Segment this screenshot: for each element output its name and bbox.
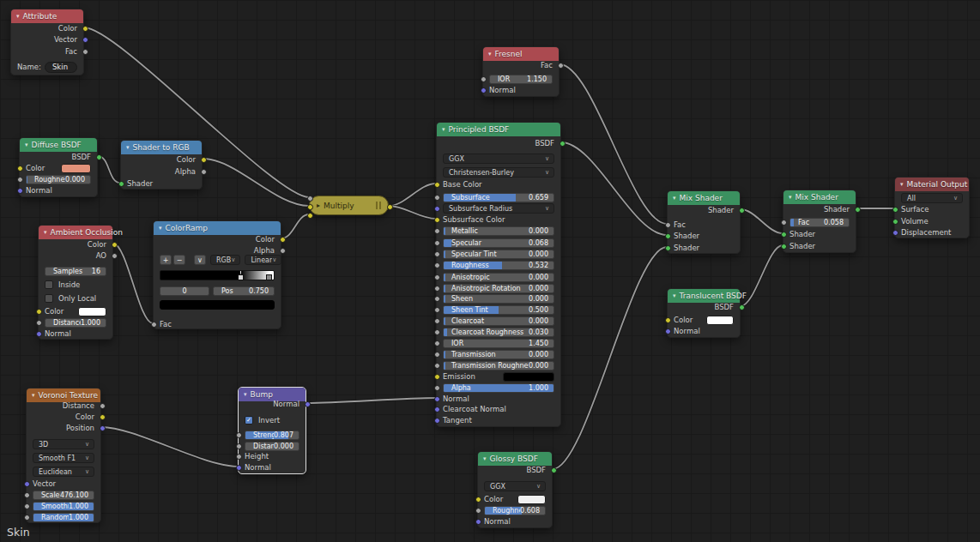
collapse-icon[interactable]: ▾ bbox=[673, 196, 676, 202]
socket-yellow[interactable] bbox=[17, 166, 23, 172]
collapse-icon[interactable]: ▾ bbox=[32, 393, 35, 399]
field-smoothness[interactable]: Smoothness1.000 bbox=[33, 502, 94, 511]
socket-purple[interactable] bbox=[665, 328, 671, 334]
socket-green[interactable] bbox=[739, 208, 745, 214]
field-clearcoat[interactable]: Clearcoat0.000 bbox=[443, 316, 554, 326]
node-translucent-bsdf[interactable]: ▾Translucent BSDFBSDFColorNormal bbox=[667, 288, 741, 338]
socket-green[interactable] bbox=[855, 207, 861, 213]
color-swatch[interactable] bbox=[78, 307, 106, 316]
node-shader-to-rgb[interactable]: ▾Shader to RGBColorAlphaShader bbox=[120, 140, 203, 190]
checkbox-only-local[interactable] bbox=[45, 294, 53, 303]
socket-gray[interactable] bbox=[434, 251, 440, 257]
field-distance[interactable]: Distance1.000 bbox=[45, 318, 106, 328]
socket-gray[interactable] bbox=[434, 195, 440, 201]
socket-yellow[interactable] bbox=[36, 309, 42, 315]
socket-yellow[interactable] bbox=[112, 242, 118, 248]
field-subsurface[interactable]: Subsurface0.659 bbox=[443, 193, 554, 202]
node-mix-shader-2[interactable]: ▾Mix ShaderShaderFac0.058ShaderShader bbox=[783, 190, 856, 253]
socket-gray[interactable] bbox=[24, 515, 30, 521]
socket-gray[interactable] bbox=[112, 253, 118, 259]
socket-gray[interactable] bbox=[151, 322, 157, 328]
field-transmission-roughness[interactable]: Transmission Roughness0.000 bbox=[443, 361, 554, 370]
socket-gray[interactable] bbox=[434, 296, 440, 302]
socket-yellow[interactable] bbox=[100, 414, 106, 420]
collapse-icon[interactable]: ▾ bbox=[244, 392, 247, 398]
socket-gray[interactable] bbox=[236, 454, 242, 460]
node-glossy-bsdf[interactable]: ▾Glossy BSDFBSDFGGX∨ColorRoughness0.608N… bbox=[477, 451, 553, 528]
color-swatch[interactable] bbox=[517, 495, 546, 504]
node-attribute[interactable]: ▾AttributeColorVectorFacName:Skin bbox=[10, 9, 84, 75]
socket-yellow[interactable] bbox=[387, 204, 393, 210]
field-roughness[interactable]: Roughness0.532 bbox=[443, 261, 554, 270]
socket-gray[interactable] bbox=[434, 307, 440, 313]
node-material-output[interactable]: ▾Material OutputAll∨SurfaceVolumeDisplac… bbox=[894, 177, 970, 238]
socket-purple[interactable] bbox=[434, 406, 440, 413]
field-scale[interactable]: Scale476.100 bbox=[33, 491, 94, 500]
socket-purple[interactable] bbox=[434, 206, 440, 212]
field-roughness[interactable]: Roughness0.608 bbox=[484, 506, 546, 515]
socket-purple[interactable] bbox=[434, 396, 440, 402]
socket-purple[interactable] bbox=[475, 519, 481, 525]
field-roughness[interactable]: Roughness0.000 bbox=[26, 175, 91, 184]
ramp-gradient[interactable] bbox=[160, 270, 275, 280]
socket-gray[interactable] bbox=[434, 228, 440, 234]
collapse-icon[interactable]: ▾ bbox=[900, 182, 904, 188]
field-specular-tint[interactable]: Specular Tint0.000 bbox=[443, 250, 554, 259]
socket-gray[interactable] bbox=[434, 286, 440, 292]
node-header[interactable]: ▾Mix Shader bbox=[668, 191, 740, 205]
socket-green[interactable] bbox=[781, 244, 787, 250]
field-ior[interactable]: IOR1.450 bbox=[443, 339, 554, 348]
socket-gray[interactable] bbox=[434, 274, 440, 280]
socket-purple[interactable] bbox=[481, 87, 487, 93]
node-voronoi-texture[interactable]: ▾Voronoi TextureDistanceColorPosition3D∨… bbox=[26, 388, 101, 523]
socket-green[interactable] bbox=[739, 304, 745, 310]
dropdown-smooth-f1[interactable]: Smooth F1∨ bbox=[33, 453, 94, 463]
socket-purple[interactable] bbox=[434, 418, 440, 424]
socket-gray[interactable] bbox=[558, 63, 564, 69]
socket-gray[interactable] bbox=[24, 503, 30, 509]
collapse-icon[interactable]: ▾ bbox=[16, 14, 20, 20]
remove-stop-button[interactable]: − bbox=[173, 255, 185, 265]
ramp-selected-color-swatch[interactable] bbox=[160, 300, 275, 310]
socket-green[interactable] bbox=[118, 181, 124, 187]
ramp-options-dropdown[interactable]: ∨ bbox=[194, 255, 206, 265]
add-stop-button[interactable]: + bbox=[160, 255, 172, 265]
socket-purple[interactable] bbox=[892, 230, 898, 236]
node-mix-shader-1[interactable]: ▾Mix ShaderShaderFacShaderShader bbox=[667, 190, 741, 254]
socket-gray[interactable] bbox=[434, 329, 440, 335]
node-diffuse-bsdf[interactable]: ▾Diffuse BSDFBSDFColorRoughness0.000Norm… bbox=[19, 137, 98, 197]
socket-gray[interactable] bbox=[434, 385, 440, 391]
socket-yellow[interactable] bbox=[307, 204, 313, 210]
socket-gray[interactable] bbox=[280, 248, 286, 254]
socket-green[interactable] bbox=[96, 154, 102, 160]
dropdown-all[interactable]: All∨ bbox=[901, 193, 963, 203]
collapse-icon[interactable]: ▾ bbox=[673, 293, 676, 299]
field-samples[interactable]: Samples16 bbox=[45, 267, 106, 276]
node-header[interactable]: ▾Mix Shader bbox=[783, 190, 856, 204]
node-header[interactable]: ▾Ambient Occlusion bbox=[39, 226, 112, 239]
socket-yellow[interactable] bbox=[434, 374, 440, 380]
socket-green[interactable] bbox=[665, 245, 671, 251]
socket-yellow[interactable] bbox=[280, 237, 286, 243]
ramp-position-field[interactable]: Pos0.750 bbox=[213, 286, 275, 296]
dropdown-ggx[interactable]: GGX∨ bbox=[484, 481, 546, 491]
field-fac[interactable]: Fac0.058 bbox=[789, 218, 850, 227]
collapse-icon[interactable]: ▾ bbox=[442, 127, 445, 133]
field-alpha[interactable]: Alpha1.000 bbox=[443, 383, 554, 393]
socket-green[interactable] bbox=[551, 467, 557, 473]
socket-purple[interactable] bbox=[17, 188, 23, 194]
dropdown-ggx[interactable]: GGX∨ bbox=[443, 154, 554, 164]
socket-green[interactable] bbox=[665, 233, 671, 239]
socket-yellow[interactable] bbox=[434, 217, 440, 223]
socket-gray[interactable] bbox=[17, 177, 23, 183]
socket-purple[interactable] bbox=[305, 401, 311, 407]
socket-gray[interactable] bbox=[434, 363, 440, 369]
socket-gray[interactable] bbox=[24, 492, 30, 498]
socket-purple[interactable] bbox=[82, 37, 88, 43]
node-fresnel[interactable]: ▾FresnelFacIOR1.150Normal bbox=[482, 46, 560, 97]
field-randomness[interactable]: Randomness1.000 bbox=[33, 513, 94, 522]
socket-gray[interactable] bbox=[100, 403, 106, 409]
color-mode-dropdown[interactable]: RGB∨ bbox=[210, 255, 240, 265]
socket-gray[interactable] bbox=[434, 318, 440, 324]
socket-yellow[interactable] bbox=[82, 26, 88, 32]
